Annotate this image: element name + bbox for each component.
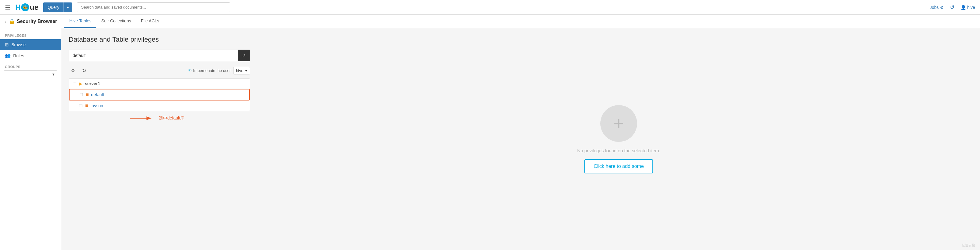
impersonate-value: hive [236, 68, 243, 73]
tab-solr-collections[interactable]: Solr Collections [96, 15, 136, 28]
no-privileges-text: No privileges found on the selected item… [578, 148, 660, 153]
refresh-icon[interactable]: ↻ [80, 66, 88, 75]
annotation-text: 选中default库 [159, 116, 185, 121]
plus-icon: + [613, 114, 624, 133]
settings-icon[interactable]: ⚙ [68, 66, 77, 75]
fayson-checkbox[interactable]: ☐ [79, 103, 83, 108]
default-db-label: default [91, 92, 104, 97]
db-input[interactable] [68, 49, 238, 61]
fayson-db-label: fayson [91, 103, 103, 108]
panel-title: Database and Table privileges [68, 35, 250, 43]
query-caret-icon[interactable]: ▾ [64, 2, 72, 12]
hamburger-icon[interactable]: ☰ [5, 4, 10, 11]
impersonate-section: 👁 Impersonate the user hive ▾ [188, 67, 250, 75]
default-db-icon: ≡ [86, 92, 89, 97]
groups-select-chevron-icon: ▾ [52, 72, 54, 76]
fayson-db-icon: ≡ [85, 103, 88, 108]
jobs-link[interactable]: Jobs ⚙ [930, 5, 944, 10]
page-title: Security Browser [17, 19, 57, 24]
arrow-svg [130, 114, 154, 123]
subnav-title: 🔒 Security Browser [9, 18, 57, 24]
left-panel: Database and Table privileges ↗ ⚙ ↻ 👁 Im… [61, 28, 258, 250]
fayson-db-row[interactable]: ☐ ≡ fayson [69, 100, 250, 111]
subnav: › 🔒 Security Browser Hive Tables Solr Co… [0, 15, 980, 28]
sidebar: PRIVILEGES ⊞ Browse 👥 Roles GROUPS ▾ [0, 28, 61, 250]
jobs-icon: ⚙ [940, 5, 944, 10]
search-input[interactable] [77, 2, 230, 12]
query-button[interactable]: Query ▾ [43, 2, 72, 12]
topnav-right: Jobs ⚙ ↺ 👤 hive [930, 4, 975, 11]
impersonate-select[interactable]: hive ▾ [233, 67, 250, 75]
content-area: Database and Table privileges ↗ ⚙ ↻ 👁 Im… [61, 28, 980, 250]
eye-icon: 👁 [188, 68, 192, 73]
db-open-button[interactable]: ↗ [238, 49, 250, 61]
user-link[interactable]: 👤 hive [961, 5, 975, 10]
hue-logo: H 🐝 ue [15, 3, 38, 12]
topnav: ☰ H 🐝 ue Query ▾ Jobs ⚙ ↺ 👤 hive [0, 0, 980, 15]
server1-label: server1 [85, 81, 100, 86]
default-db-row[interactable]: ☐ ≡ default [69, 89, 250, 100]
nav-chevron-icon: › [5, 19, 6, 24]
tab-hive-tables-label: Hive Tables [69, 18, 91, 23]
tab-solr-collections-label: Solr Collections [101, 18, 131, 23]
default-checkbox[interactable]: ☐ [80, 92, 83, 97]
groups-section-title: GROUPS [0, 61, 61, 70]
query-main-label[interactable]: Query [43, 2, 64, 12]
annotation-arrow: 选中default库 [130, 114, 250, 123]
logo-bee: 🐝 [21, 3, 29, 11]
tree-container: ☐ ▶ server1 ☐ ≡ default ☐ ≡ fayson [68, 78, 250, 111]
server1-row[interactable]: ☐ ▶ server1 [69, 79, 250, 89]
logo-ue: ue [30, 3, 38, 12]
sidebar-browse-label: Browse [11, 42, 26, 47]
history-icon[interactable]: ↺ [950, 4, 955, 11]
click-here-button[interactable]: Click here to add some [584, 159, 653, 174]
impersonate-label: 👁 Impersonate the user [188, 68, 231, 73]
privileges-section-title: PRIVILEGES [0, 32, 61, 39]
sidebar-roles-label: Roles [13, 53, 24, 58]
tab-file-acls[interactable]: File ACLs [136, 15, 164, 28]
no-privileges-icon: + [600, 105, 637, 142]
main-layout: PRIVILEGES ⊞ Browse 👥 Roles GROUPS ▾ Dat… [0, 28, 980, 250]
impersonate-chevron-icon: ▾ [245, 68, 247, 73]
user-label: hive [967, 5, 975, 10]
external-link-icon: ↗ [242, 53, 246, 58]
groups-select[interactable]: ▾ [4, 70, 57, 78]
logo-h: H [15, 3, 21, 12]
server1-checkbox[interactable]: ☐ [73, 81, 76, 86]
tab-file-acls-label: File ACLs [141, 18, 159, 23]
impersonate-label-text: Impersonate the user [193, 68, 231, 73]
browse-icon: ⊞ [5, 42, 9, 48]
toolbar-row: ⚙ ↻ 👁 Impersonate the user hive ▾ [68, 66, 250, 75]
user-icon: 👤 [961, 5, 966, 10]
jobs-label: Jobs [930, 5, 939, 10]
sidebar-item-roles[interactable]: 👥 Roles [0, 50, 61, 61]
sidebar-item-browse[interactable]: ⊞ Browse [0, 39, 61, 50]
content-main: Database and Table privileges ↗ ⚙ ↻ 👁 Im… [61, 28, 980, 250]
annotation-container: 选中default库 [68, 114, 250, 123]
lock-icon: 🔒 [9, 18, 15, 24]
db-input-row: ↗ [68, 49, 250, 61]
server-icon: ▶ [79, 81, 83, 86]
roles-icon: 👥 [5, 53, 11, 59]
tab-hive-tables[interactable]: Hive Tables [64, 15, 96, 28]
right-panel: + No privileges found on the selected it… [258, 28, 980, 250]
